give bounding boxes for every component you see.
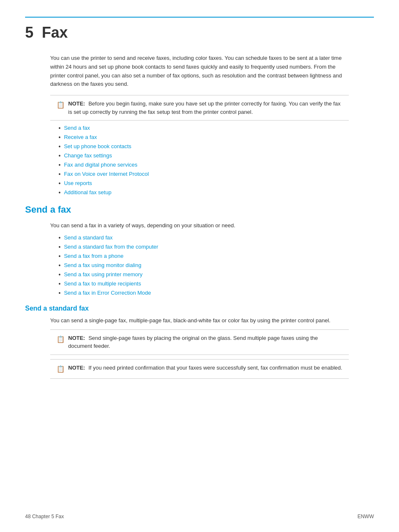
list-item: Send a fax using monitor dialing [59, 262, 349, 269]
link-digital-phone[interactable]: Fax and digital phone services [64, 162, 138, 168]
send-standard-fax-intro: You can send a single-page fax, multiple… [50, 316, 349, 325]
send-fax-section: Send a fax You can send a fax in a varie… [25, 204, 374, 296]
link-standard-fax-computer[interactable]: Send a standard fax from the computer [64, 244, 158, 250]
list-item: Send a fax to multiple recipients [59, 280, 349, 287]
list-item: Send a fax [59, 125, 349, 131]
note-icon: 📋 [56, 100, 65, 110]
page-content: 5Fax You can use the printer to send and… [0, 0, 399, 408]
link-phone-book[interactable]: Set up phone book contacts [64, 143, 131, 149]
link-multiple-recipients[interactable]: Send a fax to multiple recipients [64, 280, 141, 287]
link-error-correction[interactable]: Send a fax in Error Correction Mode [64, 290, 151, 296]
note1-content: NOTE:Send single-page faxes by placing t… [68, 334, 343, 350]
top-note-box: 📋 NOTE:Before you begin faxing, make sur… [50, 95, 349, 121]
list-item: Receive a fax [59, 134, 349, 141]
footer-left: 48 Chapter 5 Fax [25, 514, 64, 519]
link-receive-fax[interactable]: Receive a fax [64, 134, 97, 140]
note-icon-1: 📋 [56, 334, 65, 344]
standard-fax-note1-box: 📋 NOTE:Send single-page faxes by placing… [50, 329, 349, 355]
send-standard-fax-section: Send a standard fax You can send a singl… [25, 305, 374, 379]
list-item: Send a standard fax from the computer [59, 244, 349, 250]
link-voip[interactable]: Fax on Voice over Internet Protocol [64, 171, 149, 177]
link-fax-settings[interactable]: Change fax settings [64, 152, 112, 159]
list-item: Set up phone book contacts [59, 143, 349, 150]
standard-fax-note2-box: 📋 NOTE:If you need printed confirmation … [50, 359, 349, 379]
link-printer-memory[interactable]: Send a fax using printer memory [64, 271, 143, 278]
list-item: Send a fax using printer memory [59, 271, 349, 278]
list-item: Send a fax from a phone [59, 253, 349, 260]
chapter-header: 5Fax [25, 17, 374, 41]
send-fax-links-list: Send a standard fax Send a standard fax … [59, 234, 349, 296]
chapter-title: Fax [42, 24, 68, 41]
top-note-text: Before you begin faxing, make sure you h… [68, 100, 340, 115]
link-additional-setup[interactable]: Additional fax setup [64, 189, 111, 195]
top-links-list: Send a fax Receive a fax Set up phone bo… [59, 125, 349, 196]
link-reports[interactable]: Use reports [64, 180, 92, 186]
note-label-1: NOTE: [68, 335, 85, 341]
send-standard-fax-heading: Send a standard fax [25, 305, 374, 312]
list-item: Fax and digital phone services [59, 162, 349, 168]
list-item: Send a standard fax [59, 234, 349, 241]
page-footer: 48 Chapter 5 Fax ENWW [0, 514, 399, 519]
link-monitor-dialing[interactable]: Send a fax using monitor dialing [64, 262, 141, 268]
link-standard-fax[interactable]: Send a standard fax [64, 234, 113, 241]
note2-text: If you need printed confirmation that yo… [88, 365, 342, 371]
note-icon-2: 📋 [56, 364, 65, 374]
send-fax-intro: You can send a fax in a variety of ways,… [50, 221, 349, 230]
list-item: Use reports [59, 180, 349, 187]
top-note-content: NOTE:Before you begin faxing, make sure … [68, 100, 343, 116]
note-label-2: NOTE: [68, 365, 85, 371]
note1-text: Send single-page faxes by placing the or… [68, 335, 318, 350]
intro-paragraph: You can use the printer to send and rece… [50, 54, 349, 89]
note-label: NOTE: [68, 100, 85, 107]
list-item: Send a fax in Error Correction Mode [59, 290, 349, 296]
list-item: Change fax settings [59, 152, 349, 159]
list-item: Fax on Voice over Internet Protocol [59, 171, 349, 177]
list-item: Additional fax setup [59, 189, 349, 196]
send-fax-heading: Send a fax [25, 204, 374, 215]
chapter-number: 5 [25, 24, 33, 41]
footer-right: ENWW [358, 514, 374, 519]
link-fax-from-phone[interactable]: Send a fax from a phone [64, 253, 123, 259]
note2-content: NOTE:If you need printed confirmation th… [68, 364, 342, 372]
link-send-fax[interactable]: Send a fax [64, 125, 90, 131]
